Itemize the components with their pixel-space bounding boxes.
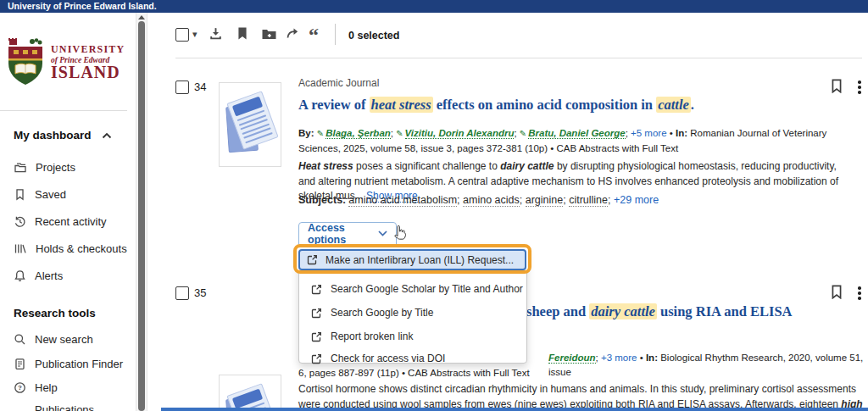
subject-link[interactable]: arginine [526, 194, 563, 207]
upei-crest-icon [7, 38, 44, 86]
result-35-thumbnail[interactable] [219, 375, 281, 411]
separator: ; [520, 194, 526, 206]
access-options-button[interactable]: Access options [298, 222, 397, 245]
toolbar-divider [335, 24, 336, 45]
topbar-title: University of Prince Edward Island. [8, 1, 157, 11]
result-35-bookmark-icon[interactable] [831, 285, 843, 299]
download-icon[interactable] [209, 26, 223, 41]
title-text: using RIA and ELISA [657, 303, 793, 319]
selected-count: 0 selected [348, 30, 399, 42]
bell-icon [14, 269, 26, 282]
more-subjects-link[interactable]: +29 more [614, 194, 659, 206]
author-pen-icon: ✎ [520, 129, 526, 138]
app-window: University of Prince Edward Island. UN [0, 0, 868, 411]
author-pen-icon: ✎ [396, 129, 403, 138]
share-icon[interactable] [286, 26, 299, 40]
toolbar-bottom-divider [175, 58, 862, 58]
document-icon [14, 358, 26, 370]
separator: ; [608, 194, 614, 206]
author-link[interactable]: Blaga, Şerban [326, 128, 391, 139]
result-34-bookmark-icon[interactable] [831, 79, 843, 93]
upei-logo[interactable]: UNIVERSITY of Prince Edward ISLAND [7, 38, 125, 86]
subject-link[interactable]: citrulline [569, 194, 608, 207]
scroll-up-arrow[interactable] [138, 15, 145, 19]
external-link-icon [307, 254, 318, 265]
more-authors-link[interactable]: +3 more [601, 353, 637, 363]
scrollbar-thumb[interactable] [138, 21, 145, 411]
sidebar-item-publications-authority[interactable]: Publications authority [14, 403, 136, 411]
result-34-byline: By: ✎Blaga, Şerban; ✎Vizitiu, Dorin Alex… [298, 126, 854, 155]
sidebar-item-new-search[interactable]: New search [14, 333, 93, 346]
title-text: A review of [298, 97, 370, 113]
menu-item-ill-request[interactable]: Make an Interlibrary Loan (ILL) Request.… [298, 249, 526, 270]
access-options-label: Access options [308, 222, 378, 246]
result-34-number: 34 [194, 81, 206, 93]
result-35-more-menu-icon[interactable] [856, 285, 863, 302]
result-34-checkbox[interactable] [175, 81, 189, 94]
select-all-caret-icon[interactable]: ▾ [192, 29, 198, 40]
add-to-folder-icon[interactable] [261, 28, 277, 41]
result-35-checkbox[interactable] [175, 286, 189, 300]
sidebar-item-help[interactable]: ? Help [14, 381, 58, 394]
subjects-label: Subjects: [298, 194, 346, 206]
cite-icon[interactable]: “ [309, 27, 319, 42]
sidebar-item-recent-activity[interactable]: Recent activity [14, 215, 107, 228]
author-link[interactable]: Bratu, Daniel George [528, 128, 625, 139]
dashboard-header-label: My dashboard [14, 129, 92, 142]
title-text: sheep and [526, 303, 589, 319]
sidebar-item-publication-finder[interactable]: Publication Finder [14, 358, 123, 370]
subject-link[interactable]: amino acid metabolism [348, 194, 457, 207]
title-highlight: dairy cattle [589, 303, 657, 319]
in-label: In: [646, 353, 658, 363]
author-link[interactable]: Fereidoun [548, 353, 596, 364]
research-tools-label: Research tools [14, 307, 96, 319]
external-link-icon [311, 353, 322, 364]
external-link-icon [311, 284, 322, 295]
sidebar-item-label: Help [35, 381, 58, 394]
menu-item-label: Check for access via DOI [331, 353, 445, 364]
menu-item-google-scholar[interactable]: Search Google Scholar by Title and Autho… [299, 278, 526, 300]
sidebar-item-holds-checkouts[interactable]: Holds & checkouts [14, 242, 127, 255]
history-icon [14, 215, 26, 228]
sidebar-item-projects[interactable]: Projects [14, 161, 75, 174]
author-pen-icon: ✎ [317, 129, 324, 138]
sidebar-item-label: New search [35, 333, 93, 346]
external-link-icon [311, 308, 322, 319]
select-all-checkbox[interactable] [175, 28, 189, 42]
dashboard-section-header[interactable]: My dashboard [14, 129, 112, 142]
sidebar-item-label: Publication Finder [35, 358, 123, 370]
projects-icon [14, 161, 27, 174]
top-bar: University of Prince Edward Island. [0, 0, 868, 13]
library-books-icon [14, 242, 27, 255]
sidebar-item-saved[interactable]: Saved [14, 188, 66, 201]
menu-item-report-broken-link[interactable]: Report broken link [299, 325, 526, 347]
sidebar-scrollbar[interactable] [136, 13, 147, 411]
sidebar-item-label: Projects [36, 161, 75, 174]
title-text: effects on amino acid composition in [433, 97, 657, 113]
result-34-title[interactable]: A review of heat stress effects on amino… [298, 96, 854, 114]
result-35-title[interactable]: sheep and dairy cattle using RIA and ELI… [526, 303, 857, 321]
more-authors-link[interactable]: +5 more [631, 128, 667, 138]
result-34-subjects: Subjects:amino acid metabolism; amino ac… [298, 194, 854, 206]
snippet-term: dairy cattle [500, 160, 554, 172]
menu-item-label: Report broken link [331, 330, 413, 342]
author-link[interactable]: Vizitiu, Dorin Alexandru [405, 128, 515, 139]
sidebar-item-alerts[interactable]: Alerts [14, 269, 63, 282]
result-34-more-menu-icon[interactable] [856, 79, 863, 96]
svg-text:?: ? [18, 384, 22, 392]
search-icon [14, 333, 26, 346]
help-icon: ? [14, 381, 26, 394]
sidebar-item-label: Saved [35, 188, 66, 201]
result-35-snippet: Cortisol hormone shows distinct circadia… [298, 382, 865, 411]
sidebar-item-label: Holds & checkouts [36, 242, 127, 255]
menu-item-google-title[interactable]: Search Google by Title [299, 302, 526, 324]
menu-item-check-doi[interactable]: Check for access via DOI [299, 347, 526, 369]
chevron-up-icon [102, 132, 112, 139]
subject-link[interactable]: amino acids [463, 194, 520, 207]
menu-item-label: Search Google by Title [331, 307, 433, 319]
result-34-thumbnail[interactable] [219, 82, 281, 167]
save-bookmark-icon[interactable] [236, 26, 248, 41]
logo-line1: UNIVERSITY [51, 43, 125, 56]
sidebar-item-label: Alerts [35, 269, 63, 282]
snippet-text: Cortisol hormone shows distinct circadia… [298, 383, 856, 410]
